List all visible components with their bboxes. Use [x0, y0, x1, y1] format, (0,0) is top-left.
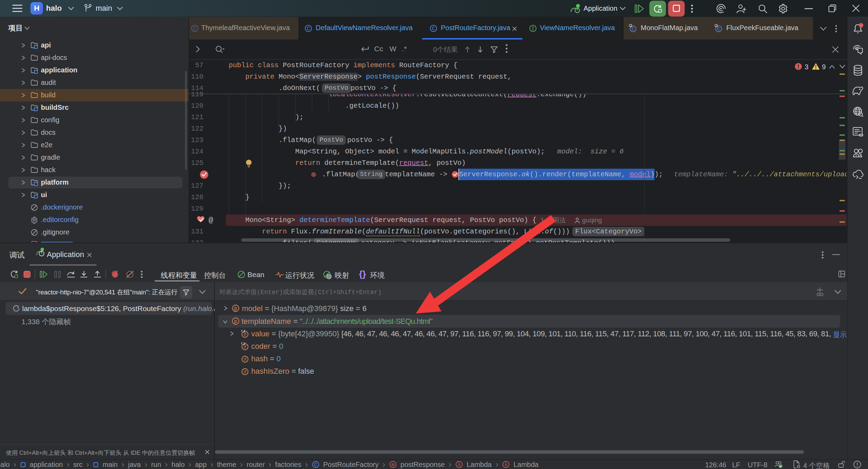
svg-text:C: C	[314, 462, 317, 468]
svg-text:I: I	[532, 26, 534, 32]
svg-text:C: C	[307, 26, 310, 32]
svg-text:C: C	[193, 26, 196, 32]
svg-text:λ: λ	[505, 462, 507, 468]
svg-text:m: m	[392, 462, 394, 468]
svg-text:C: C	[432, 26, 435, 32]
svg-text:λ: λ	[457, 462, 460, 468]
svg-text:p: p	[234, 318, 237, 324]
svg-text:p: p	[234, 306, 237, 311]
